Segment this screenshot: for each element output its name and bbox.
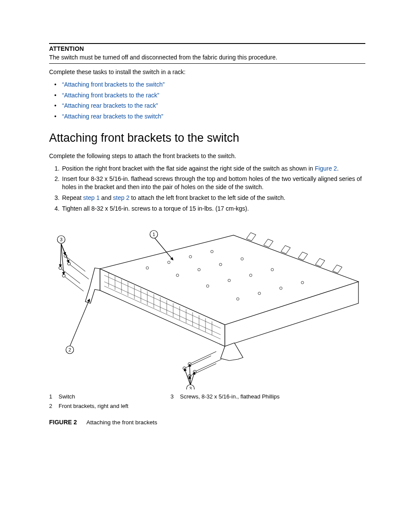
callout-number: 2 [68, 347, 71, 352]
attention-text: The switch must be turned off and discon… [49, 53, 365, 62]
list-item: “Attaching front brackets to the switch” [54, 81, 365, 89]
figure: 1 3 2 3 1 Switch 2 Front brackets, right… [49, 217, 365, 426]
step-text: Position the right front bracket with th… [62, 165, 315, 172]
legend-text: Screws, 8-32 x 5/16-in., flathead Philli… [180, 392, 283, 411]
step-item: Repeat step 1 and step 2 to attach the l… [61, 194, 365, 202]
legend-num: 3 [171, 392, 180, 411]
task-link[interactable]: “Attaching front brackets to the switch” [62, 81, 165, 88]
tasks-list: “Attaching front brackets to the switch”… [54, 81, 365, 121]
task-link[interactable]: “Attaching rear brackets to the rack” [62, 102, 158, 109]
step-text: Tighten all 8-32 x 5/16-in. screws to a … [62, 205, 249, 212]
legend-text: Front brackets, right and left [59, 401, 132, 411]
tasks-intro: Complete these tasks to install the swit… [49, 68, 365, 76]
step-text: and [100, 194, 113, 201]
step-text: to attach the left front bracket to the … [129, 194, 285, 201]
step-item: Position the right front bracket with th… [61, 165, 365, 173]
list-item: “Attaching rear brackets to the switch” [54, 112, 365, 121]
svg-line-62 [61, 244, 64, 275]
switch-diagram-icon: 1 3 2 3 [48, 217, 367, 389]
step-text: Insert four 8-32 x 5/16-in. flathead scr… [62, 175, 362, 190]
list-item: “Attaching rear brackets to the rack” [54, 102, 365, 110]
legend-num: 2 [49, 401, 59, 411]
figure-legend: 1 Switch 2 Front brackets, right and lef… [49, 392, 365, 411]
svg-line-67 [190, 372, 195, 385]
task-link[interactable]: “Attaching rear brackets to the switch” [62, 113, 163, 120]
attention-label: ATTENTION [49, 45, 365, 53]
step-item: Insert four 8-32 x 5/16-in. flathead scr… [61, 175, 365, 191]
attention-bottom-rule [49, 63, 365, 64]
legend-num: 1 [49, 392, 59, 401]
svg-line-49 [190, 352, 216, 364]
legend-text: Switch [59, 392, 132, 401]
svg-line-64 [70, 299, 90, 346]
figure-caption-text: Attaching the front brackets [87, 419, 157, 426]
step-ref-link[interactable]: step 1 [83, 194, 100, 201]
attention-top-rule [49, 43, 365, 44]
callout-number: 3 [189, 386, 192, 389]
list-item: “Attaching front brackets to the rack” [54, 91, 365, 100]
step-text: Repeat [62, 194, 83, 201]
section-intro: Complete the following steps to attach t… [49, 152, 365, 160]
task-link[interactable]: “Attaching front brackets to the rack” [62, 92, 159, 99]
step-ref-link[interactable]: step 2 [113, 194, 129, 201]
section-heading: Attaching front brackets to the switch [49, 130, 365, 146]
svg-line-61 [60, 244, 61, 267]
step-item: Tighten all 8-32 x 5/16-in. screws to a … [61, 205, 365, 213]
callout-number: 1 [153, 232, 155, 237]
figure-caption: FIGURE 2Attaching the front brackets [49, 418, 365, 426]
figure-label: FIGURE 2 [49, 419, 77, 426]
callout-number: 3 [60, 237, 62, 242]
steps-list: Position the right front bracket with th… [49, 165, 365, 213]
step-text: . [337, 165, 339, 172]
svg-marker-39 [85, 268, 100, 303]
figure-ref-link[interactable]: Figure 2 [315, 165, 337, 172]
